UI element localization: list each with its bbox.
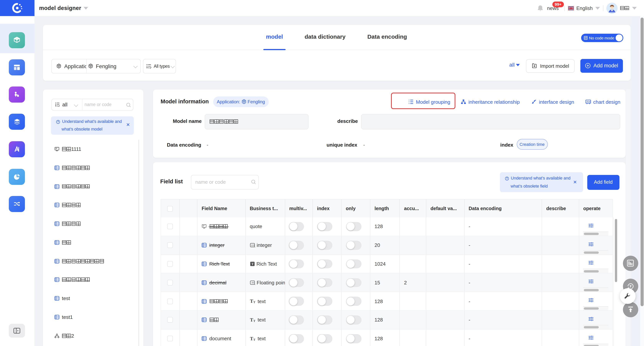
svg-text:T: T: [250, 299, 253, 304]
svg-text:T: T: [250, 317, 253, 323]
svg-text:T: T: [253, 338, 255, 341]
svg-text:T: T: [253, 301, 255, 304]
svg-text:.00: .00: [251, 282, 254, 284]
svg-text:123: 123: [251, 244, 254, 246]
svg-text:T: T: [250, 336, 253, 341]
svg-text:T: T: [251, 262, 254, 266]
svg-text:T: T: [253, 319, 255, 323]
